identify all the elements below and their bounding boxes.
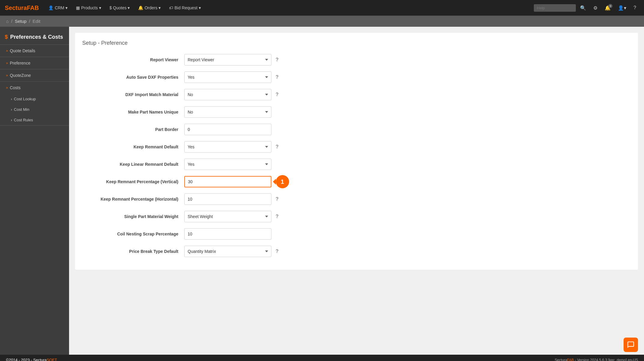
footer-fab: FAB (567, 358, 574, 361)
form-label: Report Viewer (82, 57, 184, 62)
chevron-down-icon: ▾ (159, 5, 161, 10)
chevron-down-icon: ▾ (199, 5, 201, 10)
form-select[interactable]: Report Viewer (184, 54, 271, 65)
form-label: Keep Remnant Percentage (Vertical) (82, 179, 184, 184)
sidebar-item-quotezone[interactable]: » QuoteZone (0, 69, 69, 81)
sidebar-section-costs: » Costs › Cost Lookup › Cost Min › Cost … (0, 82, 69, 126)
search-icon[interactable]: 🔍 (577, 3, 589, 13)
sidebar-item-quote-details[interactable]: » Quote Details (0, 45, 69, 57)
user-icon: 👤 (48, 5, 53, 10)
help-icon[interactable]: ? (274, 249, 280, 254)
help-icon[interactable]: ? (630, 3, 639, 12)
callout-bubble: 1 (276, 175, 289, 188)
nav-crm[interactable]: 👤 CRM ▾ (45, 4, 71, 12)
nav-quotes[interactable]: $ Quotes ▾ (106, 4, 134, 12)
chevron-right-icon: » (6, 61, 8, 65)
form-container: Report ViewerReport Viewer?Auto Save DXF… (82, 53, 631, 258)
notification-badge: 0 (608, 4, 612, 8)
callout-wrap: 1 (184, 176, 271, 187)
form-label: Make Part Names Unique (82, 110, 184, 114)
chat-button[interactable] (624, 338, 638, 352)
top-nav: SecturaFAB 👤 CRM ▾ ▦ Products ▾ $ Quotes… (0, 0, 644, 16)
form-row: DXF Import Match MaterialYesNo? (82, 88, 631, 101)
chevron-right-icon: » (6, 86, 8, 90)
form-row: Single Part Material WeightSheet WeightP… (82, 210, 631, 223)
chevron-right-icon: » (6, 49, 8, 53)
chevron-down-icon: ▾ (65, 5, 68, 10)
breadcrumb-edit: Edit (33, 19, 41, 24)
form-control-wrap: Quantity Matrix? (184, 246, 280, 257)
form-row: Part Border (82, 123, 631, 136)
breadcrumb-setup[interactable]: Setup (15, 19, 26, 24)
footer-version-detail: - Version 2024.5.6.3 [kec_demo] en-US (574, 358, 638, 361)
footer-copyright: ©2014 - 2023 - SecturaSOFT (6, 358, 57, 361)
form-control-wrap: YesNo (184, 106, 271, 118)
form-select[interactable]: YesNo (184, 106, 271, 118)
brand-logo[interactable]: SecturaFAB (5, 5, 39, 11)
settings-icon[interactable]: ⚙ (590, 3, 600, 13)
sub-chevron-icon: › (11, 118, 12, 122)
sidebar-section-quotezone: » QuoteZone (0, 69, 69, 82)
main-content: Setup - Preference Report ViewerReport V… (69, 27, 644, 355)
form-input[interactable] (184, 228, 271, 240)
sidebar-title: $ Preferences & Costs (0, 30, 69, 45)
form-select[interactable]: YesNo (184, 159, 271, 170)
footer-version: SecturaFAB - Version 2024.5.6.3 [kec_dem… (555, 358, 638, 361)
sidebar-item-cost-rules[interactable]: › Cost Rules (0, 115, 69, 125)
user-menu-icon[interactable]: 👤▾ (615, 3, 629, 13)
home-icon[interactable]: ⌂ (6, 19, 9, 24)
help-icon[interactable]: ? (274, 57, 280, 62)
help-icon[interactable]: ? (274, 92, 280, 97)
help-icon[interactable]: ? (274, 144, 280, 150)
tag-icon: 🏷 (169, 5, 173, 10)
form-row: Keep Remnant DefaultYesNo? (82, 141, 631, 153)
chevron-down-icon: ▾ (99, 5, 101, 10)
sidebar-item-cost-lookup[interactable]: › Cost Lookup (0, 94, 69, 104)
form-select[interactable]: YesNo (184, 89, 271, 100)
form-control-wrap: Report Viewer? (184, 54, 280, 65)
form-row: Keep Remnant Percentage (Vertical)1 (82, 175, 631, 188)
form-label: Price Break Type Default (82, 249, 184, 254)
form-label: Auto Save DXF Properties (82, 75, 184, 80)
brand-sectura: Sectura (5, 5, 27, 11)
quotes-icon: $ (110, 5, 112, 10)
form-select[interactable]: Quantity Matrix (184, 246, 271, 257)
form-select[interactable]: YesNo (184, 71, 271, 83)
help-input[interactable] (534, 4, 576, 12)
form-input-focused[interactable] (184, 176, 271, 187)
form-select[interactable]: YesNo (184, 141, 271, 153)
sidebar-item-preference[interactable]: » Preference (0, 57, 69, 69)
help-icon[interactable]: ? (274, 74, 280, 80)
chevron-right-icon: » (6, 73, 8, 77)
form-input[interactable] (184, 124, 271, 135)
help-icon[interactable]: ? (274, 196, 280, 202)
form-control-wrap (184, 228, 271, 240)
form-row: Keep Linear Remnant DefaultYesNo (82, 158, 631, 171)
breadcrumb-separator: / (11, 19, 12, 24)
form-control-wrap: YesNo? (184, 89, 280, 100)
nav-orders[interactable]: 🔔 Orders ▾ (135, 4, 164, 12)
form-row: Auto Save DXF PropertiesYesNo? (82, 71, 631, 83)
help-icon[interactable]: ? (274, 214, 280, 219)
footer: ©2014 - 2023 - SecturaSOFT SecturaFAB - … (0, 355, 644, 361)
sidebar-item-cost-min[interactable]: › Cost Min (0, 104, 69, 115)
sidebar: $ Preferences & Costs » Quote Details » … (0, 27, 69, 355)
form-row: Make Part Names UniqueYesNo (82, 106, 631, 118)
dollar-icon: $ (5, 34, 8, 40)
notification-icon[interactable]: 🔔 0 (602, 3, 614, 13)
form-input[interactable] (184, 193, 271, 205)
page-card: Setup - Preference Report ViewerReport V… (75, 33, 638, 270)
products-icon: ▦ (76, 5, 80, 10)
sidebar-item-costs[interactable]: » Costs (0, 82, 69, 94)
form-control-wrap (184, 124, 271, 135)
page-title: Setup - Preference (82, 40, 631, 46)
form-control-wrap: YesNo? (184, 141, 280, 153)
form-control-wrap: Sheet WeightPart Weight? (184, 211, 280, 222)
nav-products[interactable]: ▦ Products ▾ (72, 4, 104, 12)
nav-bid-request[interactable]: 🏷 Bid Request ▾ (165, 4, 204, 12)
form-select[interactable]: Sheet WeightPart Weight (184, 211, 271, 222)
form-label: Keep Remnant Percentage (Horizontal) (82, 197, 184, 202)
form-control-wrap: YesNo (184, 159, 271, 170)
form-label: Single Part Material Weight (82, 214, 184, 219)
form-label: Keep Remnant Default (82, 144, 184, 149)
